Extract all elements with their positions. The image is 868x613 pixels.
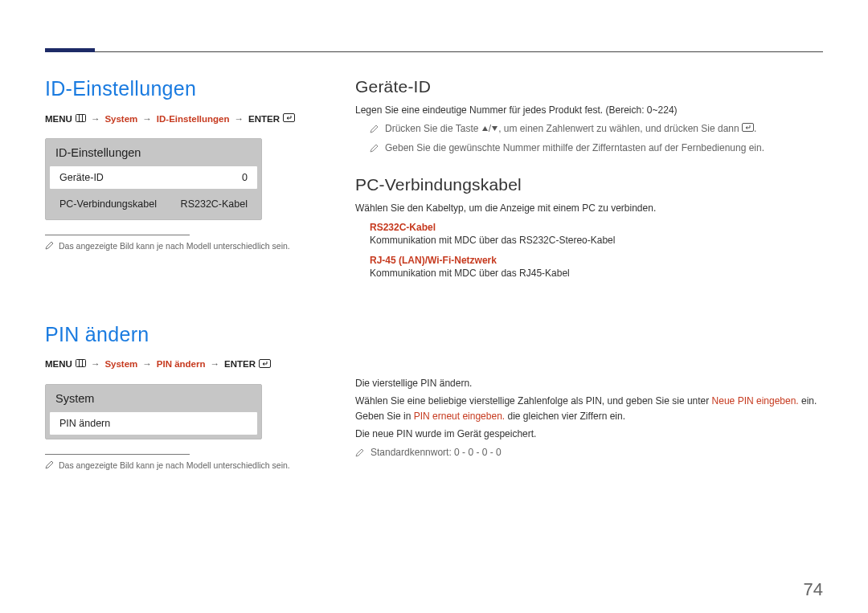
note-text: Drücken Sie die Taste /, um einen Zahlen…: [385, 121, 756, 137]
osd-panel-pin-change: System PIN ändern: [45, 384, 262, 439]
osd-row-label: PIN ändern: [59, 418, 110, 429]
down-arrow-icon: [491, 121, 498, 137]
osd-row-device-id: Geräte-ID 0: [50, 166, 257, 189]
pin-line1: Die vierstellige PIN ändern.: [355, 376, 823, 391]
chevron-right-icon: →: [141, 359, 154, 369]
chevron-right-icon: →: [141, 114, 154, 124]
columns: ID-Einstellungen MENU → System → ID-Eins…: [45, 43, 823, 473]
note-device-id-1: Drücken Sie die Taste /, um einen Zahlen…: [355, 121, 823, 138]
pin-line3: Die neue PIN wurde im Gerät gespeichert.: [355, 427, 823, 442]
enter-icon: [259, 359, 271, 370]
note-pin-default: Standardkennwort: 0 - 0 - 0 - 0: [355, 445, 823, 462]
option-rs232c-term: RS232C-Kabel: [370, 222, 823, 233]
left-column: ID-Einstellungen MENU → System → ID-Eins…: [45, 77, 318, 473]
breadcrumb-pin-change: MENU → System → PIN ändern → ENTER: [45, 359, 318, 370]
note-text: Geben Sie die gewünschte Nummer mithilfe…: [385, 141, 764, 156]
osd-row-value: 0: [242, 172, 248, 183]
divider: [45, 235, 190, 235]
bc-system: System: [104, 359, 137, 369]
footnote-text: Das angezeigte Bild kann je nach Modell …: [59, 240, 290, 253]
menu-grid-icon: [76, 114, 86, 124]
breadcrumb-id-settings: MENU → System → ID-Einstellungen → ENTER: [45, 113, 318, 124]
right-column: Geräte-ID Legen Sie eine eindeutige Numm…: [355, 77, 823, 473]
chevron-right-icon: →: [233, 114, 246, 124]
osd-header: System: [46, 385, 261, 412]
pin-line2-red1: Neue PIN eingeben.: [712, 395, 799, 407]
up-arrow-icon: [481, 121, 489, 137]
manual-page: ID-Einstellungen MENU → System → ID-Eins…: [0, 0, 868, 613]
section-title-id-settings: ID-Einstellungen: [45, 77, 318, 100]
chevron-right-icon: →: [209, 359, 222, 369]
svg-rect-0: [76, 114, 85, 121]
footnote-pin-change: Das angezeigte Bild kann je nach Modell …: [45, 460, 318, 473]
osd-panel-id-settings: ID-Einstellungen Geräte-ID 0 PC-Verbindu…: [45, 138, 262, 220]
block-pc-cable: PC-Verbindungskabel Wählen Sie den Kabel…: [355, 175, 823, 281]
pencil-icon: [370, 142, 379, 157]
bc-enter-label: ENTER: [224, 359, 256, 369]
osd-row-value: RS232C-Kabel: [181, 198, 248, 210]
menu-grid-icon: [76, 359, 86, 369]
note-part-b: , um einen Zahlenwert zu wählen, und drü…: [498, 123, 742, 134]
pc-cable-desc: Wählen Sie den Kabeltyp, um die Anzeige …: [355, 201, 823, 216]
spacer: [45, 254, 318, 323]
enter-icon: [742, 121, 754, 137]
bc-system: System: [104, 114, 137, 124]
note-part-a: Drücken Sie die Taste: [385, 123, 481, 134]
svg-rect-4: [76, 360, 85, 367]
block-pin-right: Die vierstellige PIN ändern. Wählen Sie …: [355, 376, 823, 462]
bc-menu-label: MENU: [45, 114, 72, 124]
chevron-right-icon: →: [89, 114, 102, 124]
pencil-icon: [355, 447, 364, 462]
osd-header: ID-Einstellungen: [46, 139, 261, 166]
pin-line2-c: die gleichen vier Ziffern ein.: [505, 411, 625, 422]
section-title-pin-change: PIN ändern: [45, 323, 318, 346]
bc-enter-label: ENTER: [248, 114, 280, 124]
device-id-desc: Legen Sie eine eindeutige Nummer für jed…: [355, 103, 823, 118]
top-rule: [45, 51, 823, 52]
note-device-id-2: Geben Sie die gewünschte Nummer mithilfe…: [355, 141, 823, 157]
pencil-icon: [45, 460, 54, 473]
note-text: Standardkennwort: 0 - 0 - 0 - 0: [371, 445, 502, 460]
page-number: 74: [804, 579, 823, 600]
footnote-id-settings: Das angezeigte Bild kann je nach Modell …: [45, 240, 318, 254]
pin-line2-a: Wählen Sie eine beliebige vierstellige Z…: [355, 395, 712, 407]
chevron-right-icon: →: [89, 359, 102, 369]
divider: [45, 454, 190, 455]
bc-id-settings: ID-Einstellungen: [157, 114, 230, 124]
option-rj45-desc: Kommunikation mit MDC über das RJ45-Kabe…: [370, 266, 823, 281]
osd-row-pc-cable: PC-Verbindungskabel RS232C-Kabel: [50, 193, 257, 215]
pin-line2-red2: PIN erneut eingeben.: [414, 411, 505, 422]
pc-cable-options: RS232C-Kabel Kommunikation mit MDC über …: [355, 222, 823, 280]
subhead-device-id: Geräte-ID: [355, 77, 823, 96]
pencil-icon: [370, 123, 379, 138]
option-rs232c-desc: Kommunikation mit MDC über das RS232C-St…: [370, 233, 823, 248]
pin-line2: Wählen Sie eine beliebige vierstellige Z…: [355, 394, 823, 423]
subhead-pc-cable: PC-Verbindungskabel: [355, 175, 823, 194]
enter-icon: [283, 113, 295, 124]
osd-row-label: Geräte-ID: [59, 172, 104, 183]
top-accent-bar: [45, 48, 95, 52]
pencil-icon: [45, 241, 54, 254]
osd-row-pin-change: PIN ändern: [50, 412, 257, 435]
footnote-text: Das angezeigte Bild kann je nach Modell …: [59, 460, 290, 472]
osd-row-label: PC-Verbindungskabel: [59, 198, 157, 210]
bc-menu-label: MENU: [45, 359, 72, 369]
note-part-c: .: [754, 123, 756, 134]
option-rj45-term: RJ-45 (LAN)/Wi-Fi-Netzwerk: [370, 255, 823, 266]
bc-pin-change: PIN ändern: [157, 359, 206, 369]
